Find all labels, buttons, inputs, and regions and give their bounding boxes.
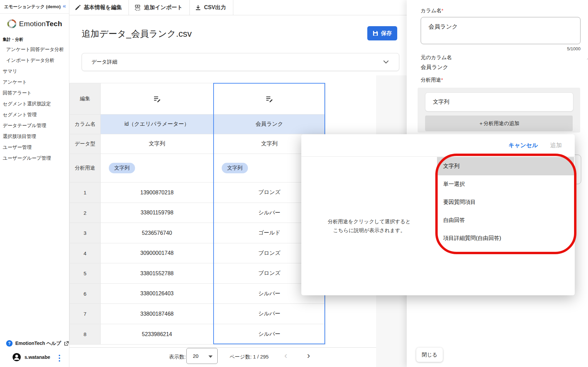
required-asterisk: * [441, 7, 443, 13]
edit-basic-info-label: 基本情報を編集 [84, 4, 122, 11]
usage-value-card[interactable]: 文字列 [425, 92, 573, 111]
page-title: 追加データ_会員ランク.csv [82, 28, 192, 40]
sidebar-item-usergroup-management[interactable]: ユーザーグループ管理 [3, 155, 51, 162]
pencil-icon [75, 5, 81, 11]
sidebar-item-segment-management[interactable]: セグメント管理 [3, 112, 37, 119]
sidebar-item-segment-choice-settings[interactable]: セグメント選択肢設定 [3, 101, 51, 108]
resize-handle-icon[interactable] [587, 55, 588, 59]
data-table: 編集 カラム名 id（クエリパラメーター） 会員ランク データ型 文字列 文字列… [69, 83, 325, 345]
usage-description: 分析用途をクリックして選択すると こちらに説明が表示されます。 [301, 157, 437, 295]
sidebar-item-summary[interactable]: サマリ [3, 68, 17, 75]
csv-export-label: CSV出力 [204, 4, 226, 11]
usage-cell-id: 文字列 [101, 154, 214, 182]
row-label-data-type: データ型 [70, 134, 101, 154]
per-page-label: 表示数: [169, 354, 186, 360]
sidebar-item-datatable-management[interactable]: データテーブル管理 [3, 123, 46, 129]
usage-option-factor-question[interactable]: 要因質問項目 [437, 193, 574, 211]
select-caret-icon [208, 355, 213, 358]
org-name: エモーションテック (demo) [4, 4, 61, 10]
column-edit-icon[interactable] [214, 83, 325, 115]
usage-option-free-answer[interactable]: 自由回答 [437, 211, 574, 229]
column-name-field-label: カラム名* [421, 7, 443, 14]
column-name-input[interactable]: 会員ランク [421, 17, 581, 44]
csv-export-button[interactable]: CSV出力 [190, 0, 233, 15]
row-label-column-name: カラム名 [70, 115, 101, 134]
required-asterisk: * [441, 77, 443, 83]
row-index: 2 [70, 203, 101, 223]
cell-id: 33800126403 [101, 284, 214, 304]
data-detail-accordion[interactable]: データ詳細 [82, 53, 399, 71]
sidebar-item-import-data-analysis[interactable]: インポートデータ分析 [6, 57, 54, 64]
next-page-icon[interactable]: › [307, 352, 310, 359]
column-name-member-rank[interactable]: 会員ランク [214, 115, 325, 134]
data-detail-label: データ詳細 [91, 59, 117, 65]
app-root: エモーションテック (demo) « EmotionTech 集計・分析 アンケ… [0, 0, 588, 367]
cell-id: 33801552788 [101, 263, 214, 284]
cell-rank: シルバー [214, 304, 325, 324]
per-page-select[interactable]: 20 [186, 348, 218, 364]
page-info: ページ数: 1 / 295 [230, 354, 269, 360]
brand-name: EmotionTech [19, 20, 62, 28]
modal-header: キャンセル 追加 [301, 134, 575, 157]
user-account[interactable]: s.watanabe [12, 353, 50, 362]
sidebar-item-choice-item-management[interactable]: 選択肢項目管理 [3, 134, 36, 140]
sidebar-item-response-alert[interactable]: 回答アラート [3, 90, 32, 97]
brand-ring-icon [7, 19, 17, 29]
usage-field-label: 分析用途* [421, 77, 443, 83]
sidebar-collapse-icon[interactable]: « [63, 3, 66, 10]
sidebar-item-user-management[interactable]: ユーザー管理 [3, 144, 32, 151]
pagination-divider [69, 347, 376, 348]
help-link[interactable]: ? EmotionTech ヘルプ [6, 340, 69, 347]
usage-option-item-detail-question[interactable]: 項目詳細質問(自由回答) [437, 229, 574, 247]
row-index: 7 [70, 304, 101, 324]
cell-id: 5233986214 [101, 324, 214, 345]
row-index: 4 [70, 243, 101, 263]
additional-import-label: 追加インポート [144, 4, 183, 11]
close-drawer-button[interactable]: 閉じる [416, 348, 443, 362]
save-label: 保存 [381, 30, 392, 37]
usage-picker-modal: キャンセル 追加 分析用途をクリックして選択すると こちらに説明が表示されます。… [301, 134, 575, 295]
column-edit-icon[interactable] [101, 83, 214, 115]
cell-id: 33801159798 [101, 203, 214, 223]
help-label: EmotionTech ヘルプ [15, 340, 61, 347]
sidebar-item-survey-response-analysis[interactable]: アンケート回答データ分析 [6, 47, 64, 53]
avatar [12, 353, 21, 362]
download-icon [195, 5, 201, 11]
help-icon: ? [6, 340, 13, 347]
data-type-id: 文字列 [101, 134, 214, 154]
brand-logo: EmotionTech [7, 19, 62, 29]
edit-basic-info-button[interactable]: 基本情報を編集 [69, 0, 129, 15]
add-button-disabled[interactable]: 追加 [550, 141, 562, 149]
username: s.watanabe [24, 354, 50, 360]
sidebar-item-survey[interactable]: アンケート [3, 79, 27, 86]
original-column-name-label: 元のカラム名 [421, 54, 452, 61]
original-column-name-value: 会員ランク [421, 64, 448, 71]
usage-option-string[interactable]: 文字列 [437, 157, 574, 175]
row-index: 3 [70, 223, 101, 243]
external-link-icon [64, 341, 69, 346]
usage-chip[interactable]: 文字列 [222, 163, 248, 173]
cell-rank: シルバー [214, 324, 325, 345]
row-index: 8 [70, 324, 101, 345]
usage-chip[interactable]: 文字列 [109, 163, 135, 173]
row-index: 6 [70, 284, 101, 304]
cancel-button[interactable]: キャンセル [508, 141, 538, 149]
top-toolbar: 基本情報を編集 追加インポート CSV出力 [69, 0, 407, 15]
additional-import-button[interactable]: 追加インポート [129, 0, 190, 15]
prev-page-icon[interactable]: ‹ [284, 352, 287, 359]
usage-option-single-select[interactable]: 単一選択 [437, 175, 574, 193]
save-floppy-icon [373, 31, 378, 36]
user-menu-kebab-icon[interactable]: ••• [58, 354, 60, 362]
row-label-usage: 分析用途 [70, 154, 101, 182]
cell-id: 5236576740 [101, 223, 214, 243]
row-label-edit: 編集 [70, 83, 101, 115]
sidebar-header: エモーションテック (demo) « [0, 0, 69, 14]
sidebar-section-analysis: 集計・分析 [3, 37, 23, 42]
per-page-value: 20 [193, 353, 199, 359]
column-name-id[interactable]: id（クエリパラメーター） [101, 115, 214, 134]
sidebar: エモーションテック (demo) « EmotionTech 集計・分析 アンケ… [0, 0, 69, 367]
save-button[interactable]: 保存 [367, 26, 397, 40]
add-usage-button[interactable]: ＋分析用途の追加 [425, 116, 573, 131]
row-index: 5 [70, 263, 101, 284]
import-icon [134, 4, 141, 11]
